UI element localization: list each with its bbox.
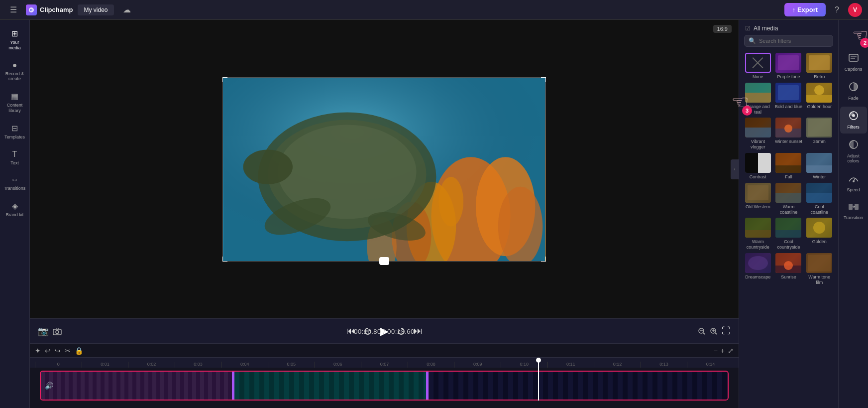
cloud-icon[interactable]: ☁ bbox=[119, 3, 135, 16]
sidebar-item-label: Transitions bbox=[4, 186, 26, 191]
collapse-panel-button[interactable]: ‹ bbox=[731, 159, 739, 179]
sidebar-item-text[interactable]: T Text bbox=[1, 146, 28, 170]
filter-thumb-golden-hour bbox=[806, 83, 832, 103]
fullscreen-button[interactable]: ⛶ bbox=[722, 326, 731, 336]
timeline-tool-redo[interactable]: ↪ bbox=[55, 347, 61, 355]
sidebar-item-content-library[interactable]: ▦ Content library bbox=[1, 88, 28, 118]
filter-item-winter-sunset[interactable]: Winter sunset bbox=[775, 118, 803, 150]
filter-item-contrast[interactable]: Contrast bbox=[744, 153, 772, 180]
filter-item-retro[interactable]: Retro bbox=[805, 53, 833, 80]
ruler-mark: 0:01 bbox=[82, 362, 128, 368]
filter-item-sunrise[interactable]: Sunrise bbox=[775, 253, 803, 285]
fade-tool-button[interactable]: Fade bbox=[840, 78, 867, 105]
filter-thumb-vibrant-vlogger bbox=[745, 118, 771, 137]
zoom-out-button[interactable] bbox=[698, 326, 706, 336]
filter-thumb-winter bbox=[806, 153, 832, 173]
filter-item-winter[interactable]: Winter bbox=[805, 153, 833, 180]
ruler-mark: 0:12 bbox=[594, 362, 641, 368]
timeline-track-container: 🔊 bbox=[35, 371, 734, 401]
timeline-tool-cut[interactable]: ✂ bbox=[65, 347, 71, 355]
svg-rect-58 bbox=[745, 230, 771, 238]
sidebar-item-brand-kit[interactable]: ◈ Brand kit bbox=[1, 197, 28, 222]
timeline-tool-select[interactable]: ✦ bbox=[35, 347, 41, 355]
your-media-icon: ⊞ bbox=[11, 29, 18, 38]
transition-tool-button[interactable]: Transition bbox=[840, 198, 867, 224]
fade-label: Fade bbox=[848, 96, 859, 101]
filter-item-35mm[interactable]: 35mm bbox=[805, 118, 833, 150]
speed-icon bbox=[848, 173, 859, 186]
filter-item-golden-hour[interactable]: Golden hour bbox=[805, 83, 833, 115]
speed-tool-button[interactable]: Speed bbox=[840, 169, 867, 196]
cursor-annotation-2: ☜ 2 bbox=[852, 25, 868, 46]
filters-icon bbox=[849, 111, 859, 123]
ruler-mark: 0:11 bbox=[547, 362, 594, 368]
filter-item-cool-coastline[interactable]: Cool coastline bbox=[805, 183, 833, 215]
templates-icon: ⊟ bbox=[11, 124, 18, 133]
svg-point-64 bbox=[748, 256, 768, 270]
svg-rect-16 bbox=[53, 329, 61, 335]
filter-thumb-cool-countryside bbox=[775, 218, 801, 238]
search-box[interactable]: 🔍 bbox=[744, 35, 833, 47]
sidebar-item-record[interactable]: ● Record & create bbox=[1, 57, 28, 86]
filter-item-bold-blue[interactable]: Bold and blue bbox=[775, 83, 803, 115]
captions-tool-button[interactable]: Captions bbox=[840, 50, 867, 76]
ruler-mark: 0:10 bbox=[501, 362, 547, 368]
filter-label-vibrant-vlogger: Vibrant vlogger bbox=[744, 139, 772, 150]
track-segment-2[interactable] bbox=[234, 372, 427, 400]
timeline-tool-undo[interactable]: ↩ bbox=[45, 347, 51, 355]
track-segment-3[interactable] bbox=[429, 372, 728, 400]
filters-tool-button[interactable]: Filters bbox=[840, 107, 867, 134]
filter-item-warm-countryside[interactable]: Warm countryside bbox=[744, 218, 772, 250]
zoom-in-button[interactable] bbox=[710, 326, 718, 336]
timeline-playhead[interactable] bbox=[538, 358, 539, 401]
logo-icon bbox=[26, 4, 37, 15]
filter-thumb-dreamscape bbox=[745, 253, 771, 273]
skip-forward-button[interactable]: ⏭ bbox=[414, 326, 423, 336]
filter-item-warm-tone-film[interactable]: Warm tone film bbox=[805, 253, 833, 285]
time-display: 00:10.80 / 00:13.60 bbox=[354, 327, 415, 335]
filter-item-warm-coastline[interactable]: Warm coastline bbox=[775, 183, 803, 215]
timeline-track[interactable]: 🔊 bbox=[40, 371, 729, 401]
volume-icon: 🔊 bbox=[45, 382, 53, 390]
all-media-label: All media bbox=[754, 25, 778, 32]
svg-point-75 bbox=[852, 114, 855, 117]
filter-item-golden[interactable]: Golden bbox=[805, 218, 833, 250]
scrubber-handle[interactable] bbox=[379, 257, 389, 265]
camera-button[interactable] bbox=[53, 326, 62, 337]
add-clip-button[interactable]: 📷 bbox=[38, 326, 49, 337]
filter-item-vibrant-vlogger[interactable]: Vibrant vlogger bbox=[744, 118, 772, 150]
track-segment-1[interactable] bbox=[41, 372, 233, 400]
sidebar-item-templates[interactable]: ⊟ Templates bbox=[1, 120, 28, 144]
app-name: Clipchamp bbox=[40, 6, 73, 13]
filter-item-fall[interactable]: Fall bbox=[775, 153, 803, 180]
zoom-fit-timeline-button[interactable]: ⤢ bbox=[728, 347, 734, 355]
filter-item-purple-tone[interactable]: Purple tone bbox=[775, 53, 803, 80]
svg-point-13 bbox=[243, 149, 293, 184]
svg-rect-54 bbox=[775, 193, 801, 203]
filter-thumb-orange-teal bbox=[745, 83, 771, 103]
export-button[interactable]: ↑ Export bbox=[784, 3, 826, 16]
search-input[interactable] bbox=[759, 38, 829, 44]
video-title-tab[interactable]: My video bbox=[78, 4, 113, 15]
filter-item-none[interactable]: None bbox=[744, 53, 772, 80]
adjust-colors-tool-button[interactable]: Adjust colors bbox=[840, 136, 867, 167]
filter-item-cool-countryside[interactable]: Cool countryside bbox=[775, 218, 803, 250]
hamburger-menu-button[interactable]: ☰ bbox=[6, 3, 21, 16]
zoom-out-timeline-button[interactable]: − bbox=[714, 347, 718, 355]
sidebar-item-transitions[interactable]: ↔ Transitions bbox=[1, 171, 28, 195]
svg-rect-44 bbox=[808, 119, 831, 136]
filter-label-dreamscape: Dreamscape bbox=[745, 274, 770, 280]
sidebar-item-your-media[interactable]: ⊞ Your media bbox=[1, 25, 28, 55]
ruler-mark: 0:06 bbox=[315, 362, 361, 368]
filter-item-orange-teal[interactable]: Orange and teal bbox=[744, 83, 772, 115]
timeline-tool-lock[interactable]: 🔒 bbox=[75, 347, 83, 355]
filter-item-dreamscape[interactable]: Dreamscape bbox=[744, 253, 772, 285]
filter-label-retro: Retro bbox=[814, 74, 825, 80]
filter-item-old-western[interactable]: Old Western bbox=[744, 183, 772, 215]
help-button[interactable]: ? bbox=[831, 3, 843, 16]
svg-rect-28 bbox=[778, 55, 799, 70]
filter-label-none: None bbox=[753, 74, 763, 80]
svg-point-37 bbox=[814, 85, 824, 95]
zoom-in-timeline-button[interactable]: + bbox=[721, 347, 725, 355]
avatar[interactable]: V bbox=[848, 3, 862, 17]
